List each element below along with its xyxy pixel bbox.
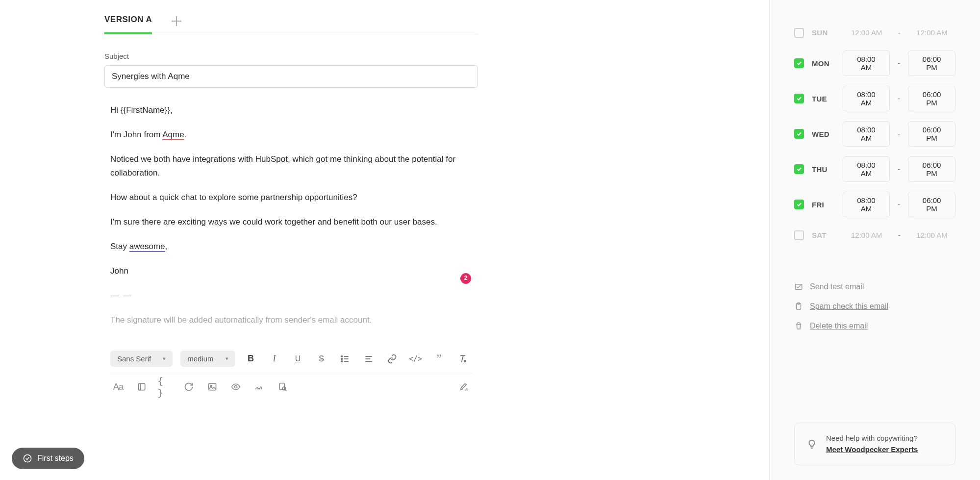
spam-check-link[interactable]: Spam check this email: [794, 302, 955, 311]
bullet-list-button[interactable]: [337, 351, 353, 367]
signature-button[interactable]: [251, 379, 267, 395]
day-label: SAT: [812, 231, 835, 239]
svg-text:AI: AI: [465, 388, 468, 392]
snippet-button[interactable]: { }: [157, 379, 173, 395]
time-to[interactable]: 06:00 PM: [908, 156, 955, 182]
schedule-row-mon: MON08:00 AM-06:00 PM: [794, 51, 955, 76]
day-checkbox[interactable]: [794, 129, 804, 139]
time-to[interactable]: 06:00 PM: [908, 51, 955, 76]
text-style-button[interactable]: Aa: [110, 379, 126, 395]
body-paragraph-4: How about a quick chat to explore some p…: [110, 191, 472, 204]
schedule-panel: SUN12:00 AM-12:00 AMMON08:00 AM-06:00 PM…: [794, 25, 955, 253]
bold-button[interactable]: B: [243, 351, 259, 367]
quote-button[interactable]: ”: [431, 351, 447, 367]
italic-button[interactable]: I: [267, 351, 282, 367]
schedule-row-wed: WED08:00 AM-06:00 PM: [794, 121, 955, 147]
day-checkbox[interactable]: [794, 200, 804, 209]
time-to: 12:00 AM: [908, 25, 955, 41]
body-paragraph-3: Noticed we both have integrations with H…: [110, 152, 472, 180]
body-signoff: John: [110, 264, 472, 278]
first-steps-label: First steps: [37, 454, 74, 463]
body-intro-suffix: .: [184, 130, 187, 139]
time-from[interactable]: 08:00 AM: [843, 192, 890, 217]
refresh-button[interactable]: [181, 379, 197, 395]
signature-note: The signature will be added automaticall…: [110, 313, 472, 327]
code-button[interactable]: </>: [408, 351, 424, 367]
trash-icon: [794, 322, 803, 330]
check-circle-icon: [23, 454, 32, 463]
time-from[interactable]: 08:00 AM: [843, 86, 890, 111]
day-checkbox[interactable]: [794, 58, 804, 68]
help-title: Need help with copywriting?: [826, 433, 918, 444]
preview-button[interactable]: [228, 379, 244, 395]
body-greeting-suffix: ,: [170, 105, 173, 115]
tab-version-a[interactable]: VERSION A: [104, 15, 152, 34]
image-button[interactable]: [204, 379, 220, 395]
help-card: Need help with copywriting? Meet Woodpec…: [794, 423, 955, 465]
subject-label: Subject: [104, 52, 478, 60]
spell-error-aqme: Aqme: [162, 130, 184, 140]
clear-format-button[interactable]: [455, 351, 471, 367]
delete-email-link[interactable]: Delete this email: [794, 322, 955, 330]
time-to[interactable]: 06:00 PM: [908, 86, 955, 111]
schedule-row-tue: TUE08:00 AM-06:00 PM: [794, 86, 955, 111]
svg-rect-9: [138, 384, 145, 390]
body-closing-suffix: ,: [165, 242, 168, 251]
day-label: SUN: [812, 28, 835, 37]
svg-rect-11: [209, 384, 216, 390]
day-checkbox[interactable]: [794, 230, 804, 240]
font-family-select[interactable]: Sans Serif ▾: [110, 351, 173, 367]
token-firstname: {{FirstName}}: [121, 105, 170, 115]
link-button[interactable]: [384, 351, 400, 367]
template-button[interactable]: [134, 379, 150, 395]
add-version-button[interactable]: [172, 16, 181, 26]
time-dash: -: [898, 165, 900, 174]
time-dash: -: [898, 231, 901, 240]
help-link[interactable]: Meet Woodpecker Experts: [826, 445, 918, 454]
send-test-label: Send test email: [810, 282, 864, 291]
lightbulb-icon: [806, 439, 817, 450]
day-label: MON: [812, 59, 835, 68]
day-checkbox[interactable]: [794, 94, 804, 103]
time-from: 12:00 AM: [843, 227, 890, 243]
time-from[interactable]: 08:00 AM: [843, 51, 890, 76]
time-to[interactable]: 06:00 PM: [908, 121, 955, 147]
time-dash: -: [898, 59, 900, 68]
svg-point-0: [341, 356, 343, 357]
signature-divider: — —: [110, 289, 472, 303]
time-to[interactable]: 06:00 PM: [908, 192, 955, 217]
time-from[interactable]: 08:00 AM: [843, 121, 890, 147]
font-family-value: Sans Serif: [117, 354, 151, 363]
subject-input[interactable]: [104, 65, 478, 88]
day-checkbox[interactable]: [794, 28, 804, 38]
delete-label: Delete this email: [810, 322, 868, 330]
time-dash: -: [898, 28, 901, 37]
font-size-value: medium: [187, 354, 213, 363]
schedule-row-fri: FRI08:00 AM-06:00 PM: [794, 192, 955, 217]
time-dash: -: [898, 94, 900, 103]
chevron-down-icon: ▾: [226, 355, 228, 362]
mail-check-icon: [794, 282, 803, 291]
ai-assist-button[interactable]: AI: [456, 379, 472, 395]
issue-count-badge[interactable]: 2: [460, 273, 471, 284]
day-label: FRI: [812, 201, 835, 209]
font-size-select[interactable]: medium ▾: [180, 351, 235, 367]
underline-button[interactable]: U: [290, 351, 306, 367]
day-label: WED: [812, 130, 835, 138]
day-checkbox[interactable]: [794, 164, 804, 174]
time-to: 12:00 AM: [908, 227, 955, 243]
svg-point-21: [24, 455, 31, 462]
chevron-down-icon: ▾: [163, 355, 166, 362]
svg-point-13: [235, 386, 237, 388]
first-steps-button[interactable]: First steps: [12, 448, 84, 469]
align-button[interactable]: [361, 351, 377, 367]
strikethrough-button[interactable]: S: [314, 351, 329, 367]
time-from[interactable]: 08:00 AM: [843, 156, 890, 182]
clipboard-icon: [794, 302, 803, 311]
editor-toolbar: Sans Serif ▾ medium ▾ B I U S: [104, 345, 478, 401]
search-template-button[interactable]: [275, 379, 291, 395]
body-closing-prefix: Stay: [110, 242, 129, 251]
email-body-editor[interactable]: Hi {{FirstName}}, I'm John from Aqme. No…: [104, 103, 478, 327]
send-test-email-link[interactable]: Send test email: [794, 282, 955, 291]
body-intro-prefix: I'm John from: [110, 130, 162, 139]
